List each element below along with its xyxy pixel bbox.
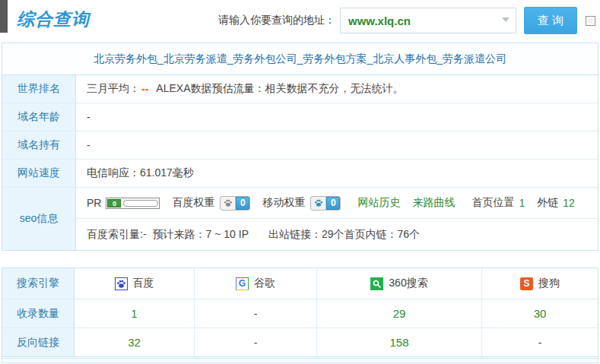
360-included-value: 29 <box>317 299 482 328</box>
pagerank-bar: 0 <box>106 198 160 209</box>
engine-name: 百度 <box>133 277 154 290</box>
baidu-backlink-value: 32 <box>75 328 195 356</box>
mobile-weight-badge[interactable]: 0 <box>310 196 341 210</box>
url-input-label: 请输入你要查询的地址： <box>218 14 335 27</box>
pagerank-track <box>123 200 158 207</box>
site-speed-row: 网站速度 电信响应：61.017毫秒 <box>2 160 598 188</box>
next-table-partial-edge <box>2 358 598 363</box>
domain-holder-value: - <box>76 131 598 159</box>
home-position-label: 首页位置 <box>471 196 514 210</box>
engine-name: 360搜索 <box>389 277 427 290</box>
domain-age-value: - <box>76 103 598 131</box>
world-rank-row: 世界排名 三月平均： -- ALEXA数据预估流量：相关数据不充分，无法统计。 <box>2 75 598 103</box>
home-position-value: 1 <box>519 197 525 209</box>
sogou-s-icon: S <box>520 277 533 290</box>
domain-age-row: 域名年龄 - <box>2 103 598 131</box>
seo-info-label: seo信息 <box>2 188 76 250</box>
google-backlink-value: - <box>195 328 317 356</box>
page-title: 综合查询 <box>17 8 90 31</box>
domain-holder-row: 域名持有 - <box>2 131 598 160</box>
pagerank-value: 0 <box>107 199 121 207</box>
pr-label: PR <box>87 197 101 209</box>
engine-google-header[interactable]: G 谷歌 <box>195 268 317 299</box>
world-rank-prefix: 三月平均： <box>87 82 140 96</box>
engine-name: 搜狗 <box>538 277 560 290</box>
google-included-value: - <box>195 299 317 328</box>
baidu-weight-value: 0 <box>236 197 249 210</box>
baidu-weight-badge[interactable]: 0 <box>220 196 250 210</box>
engine-header-label: 搜索引擎 <box>2 268 75 299</box>
site-speed-label: 网站速度 <box>2 160 76 187</box>
engine-name: 谷歌 <box>254 277 275 290</box>
option-checkbox[interactable] <box>586 16 595 26</box>
seo-line-2: 百度索引量:- 预计来路：7 ~ 10 IP 出站链接：29个首页内链：76个 <box>76 219 598 250</box>
360-backlink-value: 158 <box>317 328 482 356</box>
world-rank-label: 世界排名 <box>2 75 76 103</box>
search-engine-table: 搜索引擎 百度 G 谷歌 360搜索 S 搜狗 <box>2 267 598 357</box>
included-count-row: 收录数量 1 - 29 30 <box>2 299 598 328</box>
engine-header-row: 搜索引擎 百度 G 谷歌 360搜索 S 搜狗 <box>2 268 598 299</box>
site-history-link[interactable]: 网站历史 <box>357 196 400 210</box>
world-rank-dash: -- <box>141 83 148 95</box>
query-form: 请输入你要查询的地址： 查 询 <box>218 7 595 34</box>
backlink-row: 反向链接 32 - 158 - <box>2 328 598 356</box>
outbound-links-text: 出站链接：29个首页内链：76个 <box>268 228 420 242</box>
site-info-table: 北京劳务外包_北京劳务派遣_劳务外包公司_劳务外包方案_北京人事外包_劳务派遣公… <box>2 43 598 251</box>
world-rank-suffix: ALEXA数据预估流量：相关数据不充分，无法统计。 <box>156 82 403 96</box>
estimated-traffic-text: 预计来路：7 ~ 10 IP <box>153 228 249 242</box>
engine-baidu-header[interactable]: 百度 <box>75 268 195 299</box>
site-speed-value: 电信响应：61.017毫秒 <box>76 160 598 187</box>
comprehensive-query-page: 综合查询 请输入你要查询的地址： 查 询 北京劳务外包_北京劳务派遣_劳务外包公… <box>0 0 600 364</box>
sogou-included-value: 30 <box>482 299 598 328</box>
engine-sogou-header[interactable]: S 搜狗 <box>482 268 598 299</box>
url-input-wrap <box>340 8 516 33</box>
mobile-paw-icon <box>311 197 326 210</box>
baidu-paw-icon <box>115 277 128 290</box>
mobile-weight-value: 0 <box>326 197 340 210</box>
site-title-link[interactable]: 北京劳务外包_北京劳务派遣_劳务外包公司_劳务外包方案_北京人事外包_劳务派遣公… <box>2 43 598 75</box>
domain-age-label: 域名年龄 <box>2 103 76 131</box>
outlink-label: 外链 <box>537 196 558 210</box>
page-header: 综合查询 请输入你要查询的地址： 查 询 <box>0 0 600 42</box>
seo-line-1: PR 0 百度权重 0 移动权重 <box>76 188 598 219</box>
mobile-weight-label: 移动权重 <box>262 196 305 210</box>
url-input[interactable] <box>341 14 489 27</box>
360-magnifier-icon <box>370 277 383 290</box>
outlink-value: 12 <box>563 197 575 209</box>
sogou-backlink-value: - <box>482 328 598 356</box>
query-button[interactable]: 查 询 <box>524 7 577 34</box>
baidu-included-value: 1 <box>75 299 195 328</box>
chevron-down-icon[interactable] <box>502 17 510 22</box>
included-count-label: 收录数量 <box>2 299 75 328</box>
backlink-label: 反向链接 <box>2 328 75 356</box>
seo-info-content: PR 0 百度权重 0 移动权重 <box>76 188 598 250</box>
traffic-curve-link[interactable]: 来路曲线 <box>412 196 455 210</box>
seo-info-row: seo信息 PR 0 百度权重 0 移动权重 <box>2 188 598 250</box>
world-rank-content: 三月平均： -- ALEXA数据预估流量：相关数据不充分，无法统计。 <box>76 75 598 103</box>
google-g-icon: G <box>236 277 249 290</box>
baidu-paw-icon <box>221 197 236 210</box>
engine-360-header[interactable]: 360搜索 <box>317 268 482 299</box>
baidu-index-text: 百度索引量:- <box>87 228 147 242</box>
header-accent-bar <box>0 0 8 33</box>
baidu-weight-label: 百度权重 <box>172 196 214 210</box>
domain-holder-label: 域名持有 <box>2 131 76 159</box>
